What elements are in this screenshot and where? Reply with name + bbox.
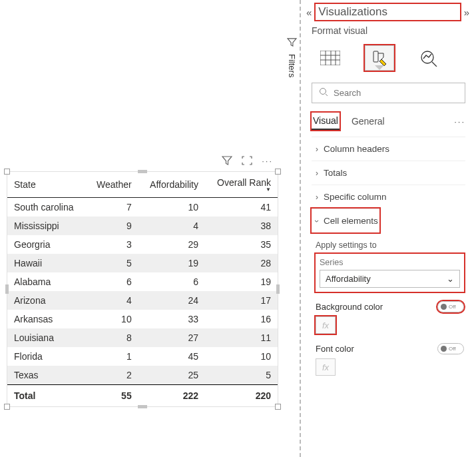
background-color-fx-button[interactable]: fx — [316, 316, 336, 334]
resize-handle[interactable] — [5, 284, 9, 294]
build-visual-icon[interactable] — [316, 45, 345, 71]
cell: 10 — [138, 198, 205, 217]
cell: 45 — [138, 347, 205, 366]
chevron-right-icon: › — [316, 193, 318, 202]
total-weather: 55 — [86, 385, 138, 407]
series-label: Series — [320, 258, 460, 267]
total-affordability: 222 — [138, 385, 205, 407]
cell: 41 — [205, 198, 278, 217]
expand-pane-icon[interactable]: » — [464, 7, 469, 18]
search-input[interactable] — [334, 88, 458, 98]
cell: 8 — [86, 328, 138, 347]
cell: South carolina — [7, 198, 86, 217]
column-header[interactable]: Affordability — [138, 172, 205, 198]
section-label: Cell elements — [324, 216, 378, 226]
filter-icon[interactable] — [222, 156, 232, 167]
total-label: Total — [7, 385, 86, 407]
cell: Florida — [7, 347, 86, 366]
svg-point-9 — [320, 89, 326, 95]
pane-title: Visualizations — [316, 4, 459, 20]
cell: 10 — [86, 310, 138, 328]
cell: Georgria — [7, 235, 86, 254]
table-row[interactable]: Arizona42417 — [7, 291, 278, 310]
cell: 11 — [205, 328, 278, 347]
table-row[interactable]: South carolina71041 — [7, 198, 278, 217]
cell: 7 — [86, 198, 138, 217]
table-visual[interactable]: ··· StateWeatherAffordabilityOverall Ran… — [7, 153, 278, 407]
chevron-right-icon: › — [316, 169, 318, 178]
cell: 9 — [86, 217, 138, 235]
section-totals[interactable]: › Totals — [312, 161, 465, 185]
total-overall: 220 — [205, 385, 278, 407]
apply-settings-label: Apply settings to — [316, 240, 464, 250]
column-header[interactable]: Weather — [86, 172, 138, 198]
table-row[interactable]: Alabama6619 — [7, 272, 278, 291]
column-header[interactable]: Overall Rank▼ — [205, 172, 278, 198]
column-header[interactable]: State — [7, 172, 86, 198]
filters-label: Filters — [287, 54, 297, 77]
resize-handle[interactable] — [276, 284, 280, 294]
section-label: Specific column — [324, 192, 387, 202]
section-label: Column headers — [324, 144, 389, 154]
visual-header-toolbar: ··· — [7, 153, 278, 171]
section-specific-column[interactable]: › Specific column — [312, 185, 465, 209]
resize-handle[interactable] — [275, 404, 281, 410]
background-color-toggle[interactable]: Off — [437, 301, 464, 312]
cell: 6 — [138, 272, 205, 291]
svg-line-10 — [326, 94, 328, 96]
section-label: Totals — [324, 168, 347, 178]
resize-handle[interactable] — [138, 405, 147, 408]
table-row[interactable]: Georgria32935 — [7, 235, 278, 254]
table-row[interactable]: Hawaii51928 — [7, 254, 278, 272]
focus-mode-icon[interactable] — [242, 156, 252, 167]
background-color-label: Background color — [316, 302, 383, 312]
filters-icon — [287, 37, 297, 49]
table-row[interactable]: Arkansas103316 — [7, 310, 278, 328]
cell: Alabama — [7, 272, 86, 291]
table-row[interactable]: Louisiana82711 — [7, 328, 278, 347]
cell: 10 — [205, 347, 278, 366]
analytics-icon[interactable] — [414, 45, 443, 71]
tab-more-icon[interactable]: ··· — [454, 117, 465, 127]
resize-handle[interactable] — [4, 404, 10, 410]
font-color-toggle[interactable]: Off — [437, 343, 464, 354]
collapse-pane-icon[interactable]: « — [306, 7, 312, 18]
table-container: StateWeatherAffordabilityOverall Rank▼ S… — [7, 171, 278, 407]
toggle-state: Off — [449, 346, 456, 352]
font-color-label: Font color — [316, 344, 354, 354]
table-row[interactable]: Mississippi9438 — [7, 217, 278, 235]
svg-rect-0 — [320, 51, 340, 65]
cell: Arkansas — [7, 310, 86, 328]
section-column-headers[interactable]: › Column headers — [312, 137, 465, 161]
chevron-down-icon: › — [312, 220, 322, 223]
series-dropdown[interactable]: Affordability ⌄ — [320, 270, 460, 288]
cell: 3 — [86, 235, 138, 254]
cell: 24 — [138, 291, 205, 310]
resize-handle[interactable] — [4, 169, 10, 175]
search-box[interactable] — [312, 83, 465, 103]
report-canvas[interactable]: ··· StateWeatherAffordabilityOverall Ran… — [0, 0, 301, 457]
tab-visual[interactable]: Visual — [312, 113, 340, 130]
cell: 35 — [205, 235, 278, 254]
more-options-icon[interactable]: ··· — [262, 156, 273, 167]
table-row[interactable]: Florida14510 — [7, 347, 278, 366]
resize-handle[interactable] — [275, 169, 281, 175]
table-row[interactable]: Texas2255 — [7, 366, 278, 385]
cell: 38 — [205, 217, 278, 235]
tab-general[interactable]: General — [350, 113, 386, 129]
cell: 33 — [138, 310, 205, 328]
cell: 25 — [138, 366, 205, 385]
series-selector-block: Series Affordability ⌄ — [316, 254, 464, 292]
font-color-fx-button[interactable]: fx — [316, 358, 336, 376]
series-value: Affordability — [326, 274, 371, 284]
toggle-knob — [441, 346, 447, 352]
cell: Texas — [7, 366, 86, 385]
format-visual-icon[interactable] — [365, 45, 394, 71]
cell: 27 — [138, 328, 205, 347]
filters-collapsed-tab[interactable]: Filters — [285, 33, 299, 103]
cell: 19 — [205, 272, 278, 291]
section-cell-elements[interactable]: › Cell elements — [312, 209, 379, 232]
cell: Hawaii — [7, 254, 86, 272]
cell: Louisiana — [7, 328, 86, 347]
resize-handle[interactable] — [138, 170, 147, 173]
